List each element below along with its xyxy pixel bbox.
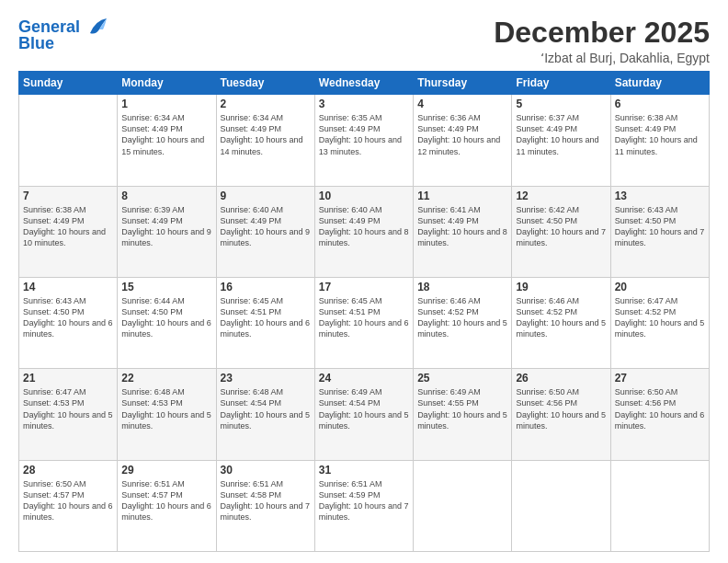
table-row: 10Sunrise: 6:40 AMSunset: 4:49 PMDayligh… <box>314 186 413 277</box>
cell-text: Sunrise: 6:43 AMSunset: 4:50 PMDaylight:… <box>615 204 705 249</box>
calendar-week-row: 21Sunrise: 6:47 AMSunset: 4:53 PMDayligh… <box>19 369 710 460</box>
cell-text: Sunrise: 6:47 AMSunset: 4:53 PMDaylight:… <box>23 386 113 431</box>
header-thursday: Thursday <box>414 72 512 95</box>
day-number: 2 <box>221 98 311 110</box>
table-row: 4Sunrise: 6:36 AMSunset: 4:49 PMDaylight… <box>414 95 512 186</box>
table-row: 8Sunrise: 6:39 AMSunset: 4:49 PMDaylight… <box>118 186 216 277</box>
cell-text: Sunrise: 6:34 AMSunset: 4:49 PMDaylight:… <box>221 112 311 157</box>
day-number: 26 <box>516 372 606 385</box>
table-row: 21Sunrise: 6:47 AMSunset: 4:53 PMDayligh… <box>19 369 118 460</box>
table-row: 23Sunrise: 6:48 AMSunset: 4:54 PMDayligh… <box>216 369 314 460</box>
day-number: 20 <box>615 281 705 293</box>
table-row: 29Sunrise: 6:51 AMSunset: 4:57 PMDayligh… <box>118 460 216 551</box>
day-number: 17 <box>319 281 409 293</box>
day-number: 27 <box>615 372 705 385</box>
cell-text: Sunrise: 6:44 AMSunset: 4:50 PMDaylight:… <box>121 295 211 340</box>
day-number: 8 <box>121 190 211 202</box>
header-sunday: Sunday <box>19 72 118 95</box>
cell-text: Sunrise: 6:45 AMSunset: 4:51 PMDaylight:… <box>319 295 409 340</box>
table-row <box>512 460 610 551</box>
cell-text: Sunrise: 6:49 AMSunset: 4:55 PMDaylight:… <box>417 386 507 431</box>
table-row: 31Sunrise: 6:51 AMSunset: 4:59 PMDayligh… <box>314 460 413 551</box>
table-row: 15Sunrise: 6:44 AMSunset: 4:50 PMDayligh… <box>118 277 216 368</box>
table-row <box>414 460 512 551</box>
logo: General Blue <box>18 17 107 53</box>
header-tuesday: Tuesday <box>216 72 314 95</box>
calendar-week-row: 14Sunrise: 6:43 AMSunset: 4:50 PMDayligh… <box>19 277 710 368</box>
table-row <box>19 95 118 186</box>
day-number: 14 <box>23 281 113 293</box>
table-row: 12Sunrise: 6:42 AMSunset: 4:50 PMDayligh… <box>512 186 610 277</box>
day-number: 28 <box>23 464 113 477</box>
table-row: 28Sunrise: 6:50 AMSunset: 4:57 PMDayligh… <box>19 460 118 551</box>
table-row: 13Sunrise: 6:43 AMSunset: 4:50 PMDayligh… <box>610 186 709 277</box>
day-number: 6 <box>615 98 705 110</box>
calendar-week-row: 7Sunrise: 6:38 AMSunset: 4:49 PMDaylight… <box>19 186 710 277</box>
day-number: 29 <box>121 464 211 477</box>
table-row <box>610 460 709 551</box>
cell-text: Sunrise: 6:38 AMSunset: 4:49 PMDaylight:… <box>615 112 705 157</box>
logo-text-blue: Blue <box>18 35 54 53</box>
table-row: 18Sunrise: 6:46 AMSunset: 4:52 PMDayligh… <box>414 277 512 368</box>
table-row: 22Sunrise: 6:48 AMSunset: 4:53 PMDayligh… <box>118 369 216 460</box>
day-number: 15 <box>121 281 211 293</box>
calendar-week-row: 28Sunrise: 6:50 AMSunset: 4:57 PMDayligh… <box>19 460 710 551</box>
header-monday: Monday <box>118 72 216 95</box>
day-number: 1 <box>121 98 211 110</box>
day-number: 16 <box>221 281 311 293</box>
table-row: 26Sunrise: 6:50 AMSunset: 4:56 PMDayligh… <box>512 369 610 460</box>
location-title: ʻIzbat al Burj, Dakahlia, Egypt <box>494 51 710 65</box>
table-row: 14Sunrise: 6:43 AMSunset: 4:50 PMDayligh… <box>19 277 118 368</box>
title-block: December 2025 ʻIzbat al Burj, Dakahlia, … <box>494 17 710 65</box>
cell-text: Sunrise: 6:51 AMSunset: 4:58 PMDaylight:… <box>221 478 311 523</box>
table-row: 7Sunrise: 6:38 AMSunset: 4:49 PMDaylight… <box>19 186 118 277</box>
calendar-header-row: Sunday Monday Tuesday Wednesday Thursday… <box>19 72 710 95</box>
cell-text: Sunrise: 6:38 AMSunset: 4:49 PMDaylight:… <box>23 204 113 249</box>
cell-text: Sunrise: 6:48 AMSunset: 4:53 PMDaylight:… <box>121 386 211 431</box>
cell-text: Sunrise: 6:50 AMSunset: 4:56 PMDaylight:… <box>516 386 606 431</box>
table-row: 27Sunrise: 6:50 AMSunset: 4:56 PMDayligh… <box>610 369 709 460</box>
table-row: 9Sunrise: 6:40 AMSunset: 4:49 PMDaylight… <box>216 186 314 277</box>
day-number: 10 <box>319 190 409 202</box>
cell-text: Sunrise: 6:46 AMSunset: 4:52 PMDaylight:… <box>417 295 507 340</box>
day-number: 30 <box>221 464 311 477</box>
cell-text: Sunrise: 6:46 AMSunset: 4:52 PMDaylight:… <box>516 295 606 340</box>
header: General Blue December 2025 ʻIzbat al Bur… <box>18 17 710 65</box>
page: General Blue December 2025 ʻIzbat al Bur… <box>0 0 728 563</box>
table-row: 2Sunrise: 6:34 AMSunset: 4:49 PMDaylight… <box>216 95 314 186</box>
cell-text: Sunrise: 6:50 AMSunset: 4:56 PMDaylight:… <box>615 386 705 431</box>
day-number: 31 <box>319 464 409 477</box>
header-friday: Friday <box>512 72 610 95</box>
table-row: 20Sunrise: 6:47 AMSunset: 4:52 PMDayligh… <box>610 277 709 368</box>
cell-text: Sunrise: 6:40 AMSunset: 4:49 PMDaylight:… <box>221 204 311 249</box>
cell-text: Sunrise: 6:42 AMSunset: 4:50 PMDaylight:… <box>516 204 606 249</box>
table-row: 19Sunrise: 6:46 AMSunset: 4:52 PMDayligh… <box>512 277 610 368</box>
cell-text: Sunrise: 6:51 AMSunset: 4:59 PMDaylight:… <box>319 478 409 523</box>
logo-bird-icon <box>83 17 107 37</box>
cell-text: Sunrise: 6:41 AMSunset: 4:49 PMDaylight:… <box>417 204 507 249</box>
day-number: 7 <box>23 190 113 202</box>
cell-text: Sunrise: 6:43 AMSunset: 4:50 PMDaylight:… <box>23 295 113 340</box>
cell-text: Sunrise: 6:35 AMSunset: 4:49 PMDaylight:… <box>319 112 409 157</box>
day-number: 9 <box>221 190 311 202</box>
day-number: 5 <box>516 98 606 110</box>
header-wednesday: Wednesday <box>314 72 413 95</box>
cell-text: Sunrise: 6:36 AMSunset: 4:49 PMDaylight:… <box>417 112 507 157</box>
cell-text: Sunrise: 6:39 AMSunset: 4:49 PMDaylight:… <box>121 204 211 249</box>
cell-text: Sunrise: 6:40 AMSunset: 4:49 PMDaylight:… <box>319 204 409 249</box>
table-row: 16Sunrise: 6:45 AMSunset: 4:51 PMDayligh… <box>216 277 314 368</box>
day-number: 18 <box>417 281 507 293</box>
cell-text: Sunrise: 6:47 AMSunset: 4:52 PMDaylight:… <box>615 295 705 340</box>
table-row: 25Sunrise: 6:49 AMSunset: 4:55 PMDayligh… <box>414 369 512 460</box>
table-row: 17Sunrise: 6:45 AMSunset: 4:51 PMDayligh… <box>314 277 413 368</box>
calendar-week-row: 1Sunrise: 6:34 AMSunset: 4:49 PMDaylight… <box>19 95 710 186</box>
day-number: 12 <box>516 190 606 202</box>
day-number: 19 <box>516 281 606 293</box>
cell-text: Sunrise: 6:45 AMSunset: 4:51 PMDaylight:… <box>221 295 311 340</box>
cell-text: Sunrise: 6:48 AMSunset: 4:54 PMDaylight:… <box>221 386 311 431</box>
day-number: 25 <box>417 372 507 385</box>
header-saturday: Saturday <box>610 72 709 95</box>
cell-text: Sunrise: 6:50 AMSunset: 4:57 PMDaylight:… <box>23 478 113 523</box>
day-number: 3 <box>319 98 409 110</box>
table-row: 30Sunrise: 6:51 AMSunset: 4:58 PMDayligh… <box>216 460 314 551</box>
